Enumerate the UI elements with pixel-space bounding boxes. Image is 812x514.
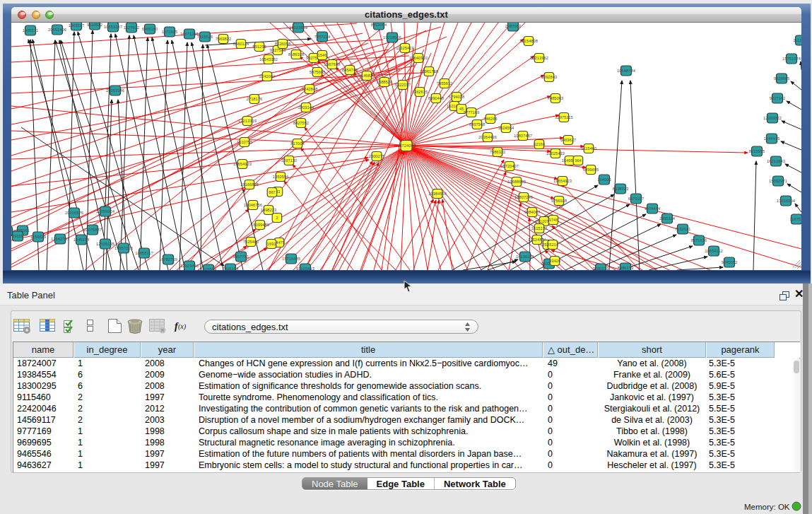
svg-text:867: 867: [269, 190, 276, 194]
svg-text:33426: 33426: [549, 259, 560, 263]
svg-text:6899695: 6899695: [583, 168, 599, 172]
svg-text:11325419: 11325419: [396, 46, 413, 50]
svg-text:16210643: 16210643: [767, 159, 785, 163]
svg-text:8938923: 8938923: [613, 187, 629, 191]
svg-text:20206576: 20206576: [65, 211, 83, 215]
svg-text:8215955: 8215955: [749, 149, 765, 153]
svg-text:8427552: 8427552: [293, 121, 310, 125]
svg-text:19654923: 19654923: [553, 179, 572, 183]
svg-text:16543382: 16543382: [259, 57, 278, 62]
svg-text:12093822: 12093822: [763, 116, 782, 120]
svg-text:3624554: 3624554: [498, 126, 514, 130]
svg-text:12975115: 12975115: [555, 115, 572, 119]
svg-text:8960124: 8960124: [233, 42, 249, 46]
svg-text:12505135: 12505135: [96, 242, 114, 246]
svg-text:7357224: 7357224: [314, 35, 331, 39]
svg-text:1527602: 1527602: [124, 25, 140, 30]
svg-text:2967608: 2967608: [324, 62, 341, 66]
svg-text:2803144: 2803144: [298, 105, 314, 110]
svg-text:25214: 25214: [547, 243, 559, 247]
svg-text:9756928: 9756928: [551, 199, 567, 203]
svg-text:16782759: 16782759: [159, 257, 177, 262]
svg-text:1610755: 1610755: [237, 140, 253, 144]
svg-text:8990448: 8990448: [428, 96, 445, 100]
svg-text:2300275: 2300275: [369, 154, 385, 158]
svg-text:746266: 746266: [483, 117, 497, 121]
svg-text:164095: 164095: [597, 177, 611, 182]
svg-text:5875685: 5875685: [310, 70, 326, 74]
svg-text:12213319: 12213319: [238, 119, 257, 123]
svg-text:18640910: 18640910: [409, 56, 428, 60]
svg-text:10025433: 10025433: [546, 151, 565, 156]
svg-text:16961758: 16961758: [420, 69, 438, 74]
svg-text:10046756: 10046756: [244, 203, 262, 207]
svg-text:9457791: 9457791: [233, 255, 249, 259]
svg-text:19218506: 19218506: [383, 35, 401, 40]
svg-text:3267130: 3267130: [281, 158, 298, 163]
svg-text:16136141: 16136141: [516, 255, 534, 259]
svg-text:39159: 39159: [12, 234, 23, 238]
svg-text:9777169: 9777169: [464, 110, 480, 115]
svg-text:8226058: 8226058: [275, 42, 291, 46]
svg-text:6466160: 6466160: [142, 27, 158, 31]
svg-text:10654112: 10654112: [705, 249, 722, 253]
svg-text:1615594: 1615594: [201, 267, 217, 270]
svg-text:12942757: 12942757: [51, 237, 69, 241]
svg-text:7485063: 7485063: [548, 96, 564, 100]
svg-text:19384554: 19384554: [428, 192, 447, 196]
svg-text:12923446: 12923446: [180, 264, 199, 268]
svg-text:18807249: 18807249: [514, 195, 533, 199]
svg-text:8386379: 8386379: [618, 266, 634, 270]
svg-text:17359924: 17359924: [96, 209, 115, 214]
svg-text:116753: 116753: [790, 217, 801, 221]
svg-text:16099489: 16099489: [251, 223, 269, 227]
svg-text:7632621: 7632621: [675, 227, 691, 231]
svg-text:1405571: 1405571: [23, 28, 39, 33]
svg-text:9474444: 9474444: [645, 206, 661, 211]
svg-text:1156829: 1156829: [30, 235, 46, 239]
svg-text:1362615: 1362615: [412, 90, 428, 94]
svg-text:20691406: 20691406: [48, 28, 66, 32]
svg-text:2718176: 2718176: [247, 97, 263, 101]
svg-text:817004: 817004: [290, 141, 305, 146]
svg-text:1588520: 1588520: [377, 80, 393, 84]
svg-text:16671355: 16671355: [180, 32, 199, 36]
svg-text:7515526: 7515526: [197, 35, 213, 39]
svg-text:10648784: 10648784: [617, 69, 636, 73]
svg-text:15692971: 15692971: [769, 179, 787, 183]
svg-text:1615132: 1615132: [531, 226, 548, 230]
svg-text:8186328: 8186328: [288, 52, 305, 57]
svg-text:8813054: 8813054: [371, 23, 387, 27]
svg-text:(x): (x): [178, 322, 187, 331]
svg-text:9600133: 9600133: [593, 267, 609, 270]
svg-text:2087682: 2087682: [505, 24, 522, 28]
svg-text:1498223: 1498223: [261, 208, 277, 212]
svg-text:62160: 62160: [534, 142, 545, 146]
svg-text:7625402: 7625402: [243, 240, 259, 244]
svg-text:17016504: 17016504: [777, 199, 796, 203]
svg-text:5322037: 5322037: [395, 83, 411, 87]
svg-text:1546: 1546: [318, 53, 327, 57]
svg-text:9463627: 9463627: [560, 138, 577, 142]
svg-text:10688609: 10688609: [507, 180, 526, 184]
svg-text:18724007: 18724007: [397, 144, 416, 148]
svg-text:9084067: 9084067: [524, 210, 541, 214]
svg-text:1244415: 1244415: [764, 136, 780, 141]
svg-text:20364436: 20364436: [478, 135, 497, 139]
svg-text:9115460: 9115460: [581, 146, 596, 151]
svg-text:6679197: 6679197: [628, 197, 645, 201]
svg-text:7816184: 7816184: [223, 267, 239, 270]
svg-text:2935114: 2935114: [659, 216, 676, 221]
svg-text:15751074: 15751074: [782, 57, 801, 61]
svg-text:10975887: 10975887: [83, 228, 102, 232]
svg-text:10958117: 10958117: [135, 251, 153, 255]
svg-text:16154808: 16154808: [519, 39, 538, 43]
svg-text:7955812: 7955812: [437, 81, 453, 86]
svg-text:7663822: 7663822: [216, 37, 232, 41]
svg-text:9242848: 9242848: [302, 87, 318, 91]
svg-text:15716485: 15716485: [282, 257, 300, 261]
svg-text:1071915: 1071915: [162, 30, 178, 34]
svg-text:9227342: 9227342: [770, 96, 786, 100]
svg-text:1092843: 1092843: [541, 75, 558, 79]
svg-text:10653267: 10653267: [104, 25, 122, 29]
